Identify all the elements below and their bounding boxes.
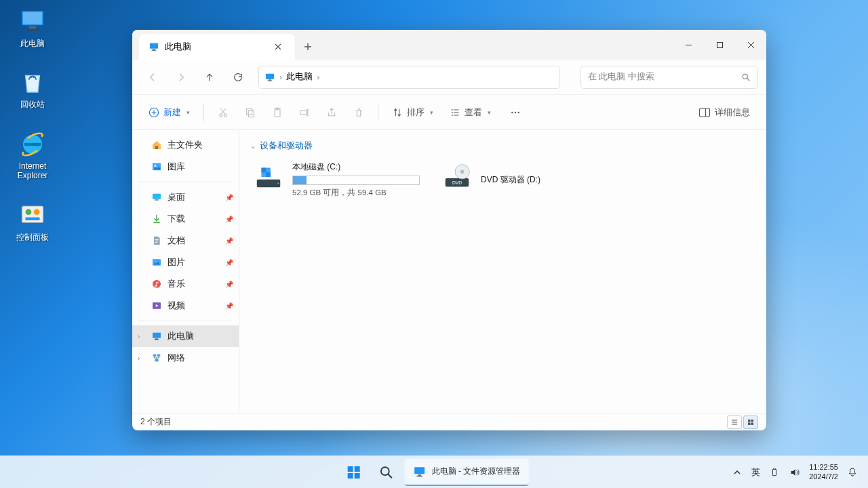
svg-rect-37 (153, 333, 161, 338)
back-button[interactable] (140, 65, 165, 89)
drive-dvd-d[interactable]: DVD DVD 驱动器 (D:) (439, 159, 608, 201)
sidebar-label: 图库 (167, 161, 185, 173)
taskbar-explorer-window[interactable]: 此电脑 - 文件资源管理器 (405, 459, 529, 486)
svg-rect-40 (153, 354, 157, 357)
sort-button[interactable]: 排序 ▾ (385, 100, 440, 125)
tray-volume-icon[interactable] (789, 466, 801, 479)
address-bar[interactable]: › 此电脑 › (258, 66, 560, 89)
more-button[interactable] (500, 100, 530, 125)
sidebar-videos[interactable]: 视频 📌 (132, 295, 239, 317)
tab-close-button[interactable] (271, 39, 285, 54)
desktop-icon-internet-explorer[interactable]: Internet Explorer (7, 126, 58, 185)
chevron-right-icon[interactable]: › (138, 333, 140, 340)
close-button[interactable] (735, 30, 766, 60)
sidebar-desktop[interactable]: 桌面 📌 (132, 186, 239, 208)
sidebar-documents[interactable]: 文档 📌 (132, 230, 239, 251)
sidebar-gallery[interactable]: 图库 (132, 156, 239, 178)
svg-rect-47 (266, 172, 271, 177)
copy-button[interactable] (238, 100, 262, 125)
view-button[interactable]: 查看 ▾ (443, 100, 498, 125)
sidebar-downloads[interactable]: 下载 📌 (132, 208, 239, 230)
svg-point-27 (517, 111, 519, 113)
status-text: 2 个项目 (140, 416, 172, 428)
chevron-right-icon[interactable]: › (138, 354, 140, 362)
maximize-button[interactable] (704, 30, 735, 60)
content-area[interactable]: ⌄ 设备和驱动器 本地磁盘 (C:) 52.9 GB 可用，共 59.4 GB (239, 130, 766, 413)
minimize-button[interactable] (673, 30, 704, 60)
pin-icon: 📌 (225, 281, 233, 288)
sidebar-music[interactable]: 音乐 📌 (132, 273, 239, 295)
toolbar-details-label: 详细信息 (715, 106, 750, 119)
svg-rect-11 (152, 50, 157, 51)
new-button[interactable]: 新建 ▾ (142, 100, 197, 125)
address-segment[interactable]: 此电脑 (286, 71, 313, 83)
desktop-icon-recycle-bin[interactable]: 回收站 (7, 64, 58, 113)
cut-button[interactable] (211, 100, 235, 125)
svg-rect-9 (150, 43, 158, 49)
svg-rect-43 (257, 180, 281, 188)
ie-icon (18, 130, 47, 159)
recycle-bin-icon (18, 68, 47, 97)
tray-date-text: 2024/7/2 (809, 472, 838, 482)
svg-point-60 (381, 467, 389, 475)
svg-text:DVD: DVD (452, 180, 462, 185)
svg-rect-53 (751, 420, 754, 422)
desktop-icon-this-pc[interactable]: 此电脑 (7, 3, 58, 52)
chevron-right-icon[interactable]: › (313, 73, 323, 82)
file-explorer-window: 此电脑 (132, 30, 766, 430)
share-button[interactable] (319, 100, 344, 125)
sidebar-pictures[interactable]: 图片 📌 (132, 251, 239, 273)
sidebar-this-pc[interactable]: › 此电脑 (132, 325, 239, 347)
window-controls (673, 30, 766, 60)
desktop-icon-label: Internet Explorer (8, 161, 57, 181)
tray-clock[interactable]: 11:22:55 2024/7/2 (809, 463, 838, 482)
tray-usb-icon[interactable] (768, 466, 781, 479)
search-box[interactable]: 在 此电脑 中搜索 (580, 66, 758, 89)
gallery-icon (151, 161, 162, 172)
drive-local-c[interactable]: 本地磁盘 (C:) 52.9 GB 可用，共 59.4 GB (250, 159, 420, 201)
svg-point-7 (34, 209, 40, 215)
svg-rect-54 (748, 422, 751, 425)
svg-point-18 (220, 114, 222, 117)
up-button[interactable] (197, 65, 222, 89)
control-panel-icon (18, 201, 47, 230)
drive-info: DVD 驱动器 (D:) (481, 161, 540, 198)
svg-point-51 (460, 169, 465, 174)
drive-list: 本地磁盘 (C:) 52.9 GB 可用，共 59.4 GB DVD DVD 驱… (250, 159, 755, 201)
rename-button[interactable] (292, 100, 317, 125)
sidebar-home[interactable]: 主文件夹 (132, 134, 239, 156)
tray-overflow-button[interactable] (731, 466, 743, 479)
toolbar: 新建 ▾ 排序 ▾ 查看 ▾ (132, 95, 766, 130)
desktop-icon (151, 192, 162, 203)
svg-rect-13 (266, 73, 274, 79)
pc-small-icon (151, 331, 162, 342)
pin-icon: 📌 (225, 216, 233, 223)
start-button[interactable] (340, 458, 368, 487)
delete-button[interactable] (347, 100, 371, 125)
tray-ime[interactable]: 英 (751, 466, 760, 479)
sidebar-label: 桌面 (167, 192, 185, 203)
new-tab-button[interactable] (295, 34, 321, 60)
taskbar-center: 此电脑 - 文件资源管理器 (340, 458, 529, 487)
forward-button[interactable] (169, 65, 193, 89)
svg-point-6 (26, 209, 32, 215)
drive-label: DVD 驱动器 (D:) (481, 174, 540, 186)
group-header-devices[interactable]: ⌄ 设备和驱动器 (250, 140, 755, 152)
paste-button[interactable] (265, 100, 290, 125)
refresh-button[interactable] (226, 65, 250, 89)
toolbar-view-label: 查看 (465, 106, 482, 119)
pc-small-icon (149, 41, 159, 52)
svg-rect-46 (261, 168, 266, 173)
tray-notifications-icon[interactable] (846, 466, 859, 479)
svg-rect-8 (26, 217, 40, 220)
local-disk-icon (253, 161, 284, 192)
tab-this-pc[interactable]: 此电脑 (139, 34, 295, 60)
details-view-toggle[interactable] (727, 415, 742, 429)
tiles-view-toggle[interactable] (743, 415, 758, 429)
sidebar-network[interactable]: › 网络 (132, 347, 239, 369)
desktop-icon-control-panel[interactable]: 控制面板 (7, 197, 58, 246)
search-task-button[interactable] (372, 458, 401, 487)
details-pane-button[interactable]: 详细信息 (692, 100, 757, 125)
svg-rect-3 (26, 29, 39, 31)
svg-rect-38 (155, 338, 158, 339)
